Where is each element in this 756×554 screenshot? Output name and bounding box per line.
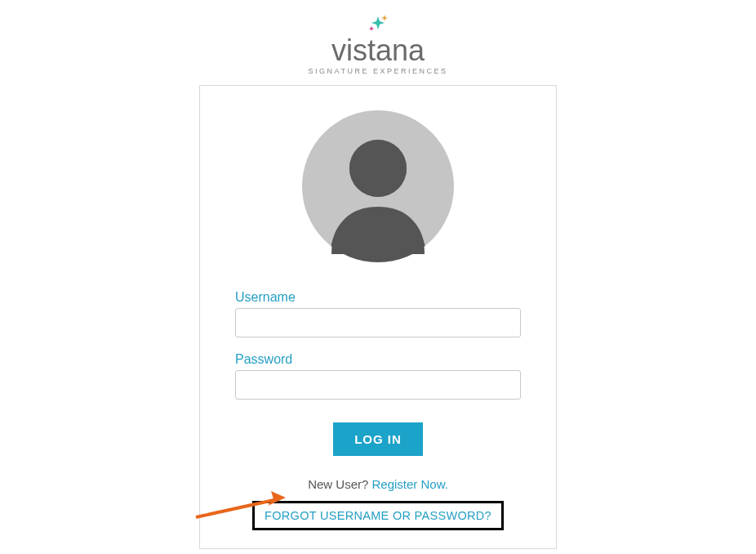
brand-tagline: SIGNATURE EXPERIENCES [309, 67, 448, 75]
forgot-username-password-link[interactable]: FORGOT USERNAME OR PASSWORD? [265, 509, 491, 522]
forgot-link-highlight: FORGOT USERNAME OR PASSWORD? [252, 501, 504, 530]
username-label: Username [235, 290, 521, 305]
new-user-text: New User? Register Now. [308, 477, 448, 491]
register-link[interactable]: Register Now. [371, 477, 447, 491]
avatar-placeholder-icon [302, 110, 454, 266]
new-user-prefix: New User? [308, 477, 371, 491]
brand-name: vistana [309, 36, 448, 65]
password-input[interactable] [235, 370, 521, 400]
login-card: Username Password LOG IN New User? Regis… [199, 85, 557, 549]
username-input[interactable] [235, 308, 521, 337]
sparkle-icon [309, 15, 448, 34]
brand-logo: vistana SIGNATURE EXPERIENCES [309, 15, 448, 75]
svg-point-3 [349, 140, 407, 197]
password-label: Password [235, 352, 521, 367]
login-button[interactable]: LOG IN [333, 422, 423, 456]
